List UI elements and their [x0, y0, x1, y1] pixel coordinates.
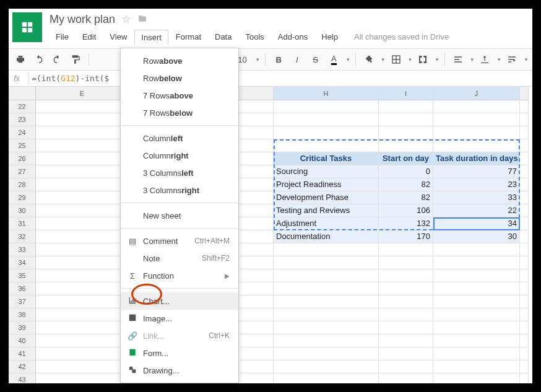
row-header-24[interactable]: 24 — [9, 126, 36, 139]
cell[interactable] — [379, 113, 433, 126]
menu-edit[interactable]: Edit — [76, 30, 102, 45]
cell[interactable] — [36, 139, 129, 152]
menu-tools[interactable]: Tools — [239, 30, 270, 45]
cell[interactable] — [274, 308, 379, 321]
menu-comment[interactable]: ▤CommentCtrl+Alt+M — [121, 232, 238, 250]
app-logo[interactable] — [12, 12, 42, 42]
col-header-H[interactable]: H — [274, 87, 379, 100]
row-header-28[interactable]: 28 — [9, 178, 36, 191]
cell[interactable] — [433, 308, 520, 321]
menu-3cols-right[interactable]: 3 Columns right — [121, 181, 238, 199]
cell[interactable] — [520, 308, 529, 321]
cell[interactable] — [36, 334, 129, 347]
cell[interactable] — [520, 334, 529, 347]
redo-icon[interactable] — [49, 51, 65, 68]
col-header-I[interactable]: I — [379, 87, 433, 100]
cell[interactable] — [379, 321, 433, 334]
cell[interactable]: Critical Tasks — [274, 152, 379, 165]
cell[interactable]: Sourcing — [274, 165, 379, 178]
menu-chart[interactable]: Chart... — [121, 292, 238, 310]
cell[interactable]: 106 — [379, 204, 433, 217]
cell[interactable] — [520, 269, 529, 282]
cell[interactable] — [520, 204, 529, 217]
cell[interactable] — [520, 100, 529, 113]
row-header-25[interactable]: 25 — [9, 139, 36, 152]
cell[interactable] — [433, 282, 520, 295]
cell[interactable] — [520, 113, 529, 126]
menu-3cols-left[interactable]: 3 Columns left — [121, 164, 238, 181]
cell[interactable] — [379, 269, 433, 282]
cell[interactable] — [379, 243, 433, 256]
font-size-caret[interactable]: ▼ — [255, 57, 260, 63]
cell[interactable] — [274, 282, 379, 295]
cell[interactable]: 22 — [433, 204, 520, 217]
cell[interactable] — [433, 243, 520, 256]
cell[interactable]: Task duration in days — [433, 152, 520, 165]
cell[interactable]: 34 — [433, 217, 520, 230]
cell[interactable]: 33 — [433, 191, 520, 204]
row-header-31[interactable]: 31 — [9, 217, 36, 230]
cell[interactable] — [433, 269, 520, 282]
cell[interactable] — [520, 152, 529, 165]
cell[interactable] — [433, 295, 520, 308]
cell[interactable] — [520, 126, 529, 139]
col-header-E[interactable]: E — [36, 87, 129, 100]
cell[interactable] — [36, 243, 129, 256]
cell[interactable] — [36, 100, 129, 113]
cell[interactable] — [36, 191, 129, 204]
cell[interactable]: Start on day — [379, 152, 433, 165]
cell[interactable] — [520, 347, 529, 360]
cell[interactable] — [520, 217, 529, 230]
menu-note[interactable]: NoteShift+F2 — [121, 250, 238, 267]
row-header-43[interactable]: 43 — [9, 373, 36, 383]
cell[interactable] — [36, 113, 129, 126]
row-header-37[interactable]: 37 — [9, 295, 36, 308]
cell[interactable]: 30 — [433, 230, 520, 243]
cell[interactable] — [520, 282, 529, 295]
cell[interactable] — [36, 178, 129, 191]
cell[interactable] — [274, 100, 379, 113]
formula-bar[interactable]: fx =(int(G12)-int($ — [9, 71, 532, 87]
cell[interactable]: 77 — [433, 165, 520, 178]
cell[interactable] — [379, 334, 433, 347]
menu-file[interactable]: File — [50, 30, 75, 45]
cell[interactable] — [379, 308, 433, 321]
text-wrap-icon[interactable] — [504, 51, 520, 68]
row-header-35[interactable]: 35 — [9, 269, 36, 282]
text-color-icon[interactable]: A — [326, 51, 342, 68]
cell[interactable]: 82 — [379, 178, 433, 191]
menu-7rows-below[interactable]: 7 Rows below — [121, 104, 238, 121]
cell[interactable] — [274, 126, 379, 139]
cell[interactable] — [36, 321, 129, 334]
menu-7rows-above[interactable]: 7 Rows above — [121, 87, 238, 104]
cell[interactable] — [433, 321, 520, 334]
row-header-23[interactable]: 23 — [9, 113, 36, 126]
cell[interactable] — [520, 321, 529, 334]
cell[interactable] — [36, 152, 129, 165]
row-header-26[interactable]: 26 — [9, 152, 36, 165]
cell[interactable] — [520, 191, 529, 204]
row-header-36[interactable]: 36 — [9, 282, 36, 295]
undo-icon[interactable] — [31, 51, 47, 68]
col-header-J[interactable]: J — [433, 87, 520, 100]
cell[interactable] — [36, 204, 129, 217]
cell[interactable] — [433, 347, 520, 360]
row-header-40[interactable]: 40 — [9, 334, 36, 347]
star-icon[interactable]: ☆ — [121, 12, 131, 26]
cell[interactable] — [36, 217, 129, 230]
cell[interactable] — [274, 113, 379, 126]
v-align-icon[interactable] — [477, 51, 493, 68]
h-align-icon[interactable] — [450, 51, 466, 68]
menu-format[interactable]: Format — [170, 30, 207, 45]
cell[interactable]: 170 — [379, 230, 433, 243]
cell[interactable] — [274, 373, 379, 383]
cell[interactable]: 23 — [433, 178, 520, 191]
paint-format-icon[interactable] — [67, 51, 84, 68]
cell[interactable] — [520, 230, 529, 243]
cell[interactable] — [36, 360, 129, 373]
bold-icon[interactable]: B — [270, 51, 287, 68]
cell[interactable] — [433, 139, 520, 152]
row-header-22[interactable]: 22 — [9, 100, 36, 113]
row-header-38[interactable]: 38 — [9, 308, 36, 321]
menu-addons[interactable]: Add-ons — [272, 30, 314, 45]
